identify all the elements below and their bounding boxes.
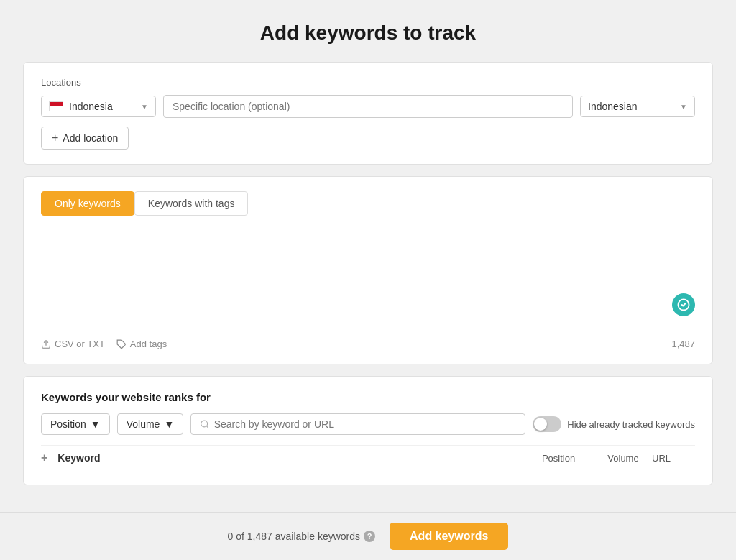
locations-label: Locations — [41, 77, 695, 88]
search-input-wrapper — [190, 413, 525, 435]
available-keywords-count: 0 of 1,487 available keywords — [228, 531, 360, 542]
toggle-knob — [534, 418, 547, 431]
search-icon — [200, 419, 209, 429]
textarea-footer-left: CSV or TXT Add tags — [41, 339, 167, 349]
position-label: Position — [50, 418, 86, 430]
ranks-title: Keywords your website ranks for — [41, 391, 695, 403]
check-circle-icon — [677, 298, 690, 311]
bottom-bar: 0 of 1,487 available keywords ? Add keyw… — [0, 512, 736, 560]
tag-icon — [116, 339, 126, 349]
locations-card: Locations Indonesia ▼ Indonesian ▼ + Add… — [23, 62, 713, 165]
position-dropdown[interactable]: Position ▼ — [41, 413, 110, 435]
add-tags-label: Add tags — [130, 339, 167, 349]
search-input[interactable] — [214, 418, 517, 430]
svg-line-4 — [207, 426, 208, 428]
hide-tracked-toggle[interactable] — [533, 416, 561, 432]
th-position: Position — [523, 453, 594, 464]
tab-keywords-with-tags[interactable]: Keywords with tags — [134, 191, 249, 216]
th-keyword: + Keyword — [41, 451, 523, 464]
country-dropdown[interactable]: Indonesia ▼ — [41, 96, 156, 117]
csv-txt-label: CSV or TXT — [55, 339, 105, 349]
th-plus-icon: + — [41, 451, 47, 464]
upload-icon — [41, 339, 51, 349]
th-url: URL — [652, 453, 695, 464]
tab-only-keywords[interactable]: Only keywords — [41, 191, 134, 216]
volume-dropdown[interactable]: Volume ▼ — [117, 413, 184, 435]
location-row: Indonesia ▼ Indonesian ▼ — [41, 95, 695, 118]
language-name: Indonesian — [588, 101, 638, 112]
language-dropdown[interactable]: Indonesian ▼ — [580, 96, 695, 117]
add-keywords-button[interactable]: Add keywords — [390, 523, 508, 550]
plus-icon: + — [52, 132, 58, 144]
ranks-controls: Position ▼ Volume ▼ Hide already tracked… — [41, 413, 695, 435]
ranks-card: Keywords your website ranks for Position… — [23, 376, 713, 485]
keyword-textarea[interactable] — [41, 227, 695, 321]
tab-row: Only keywords Keywords with tags — [41, 191, 695, 216]
help-icon[interactable]: ? — [364, 531, 375, 542]
th-volume: Volume — [594, 453, 652, 464]
volume-label: Volume — [126, 418, 160, 430]
add-location-label: Add location — [63, 132, 118, 144]
language-chevron-icon: ▼ — [680, 103, 687, 111]
country-chevron-icon: ▼ — [141, 103, 148, 111]
svg-point-3 — [201, 421, 208, 427]
circle-status-icon — [672, 293, 695, 316]
country-name: Indonesia — [69, 101, 113, 112]
th-keyword-label: Keyword — [58, 452, 100, 464]
available-keywords-text: 0 of 1,487 available keywords ? — [228, 531, 375, 542]
add-location-button[interactable]: + Add location — [41, 127, 129, 150]
keyword-count: 1,487 — [671, 339, 695, 349]
position-chevron-icon: ▼ — [91, 418, 101, 430]
toggle-label: Hide already tracked keywords — [567, 419, 695, 430]
page-title: Add keywords to track — [260, 22, 476, 45]
keywords-card: Only keywords Keywords with tags CSV or … — [23, 176, 713, 364]
csv-txt-button[interactable]: CSV or TXT — [41, 339, 105, 349]
table-header: + Keyword Position Volume URL — [41, 445, 695, 470]
toggle-wrapper: Hide already tracked keywords — [533, 416, 695, 432]
textarea-footer: CSV or TXT Add tags 1,487 — [41, 331, 695, 349]
volume-chevron-icon: ▼ — [164, 418, 174, 430]
specific-location-input[interactable] — [163, 95, 573, 118]
keyword-textarea-wrapper — [41, 227, 695, 323]
country-flag — [49, 101, 63, 111]
add-tags-button[interactable]: Add tags — [116, 339, 167, 349]
